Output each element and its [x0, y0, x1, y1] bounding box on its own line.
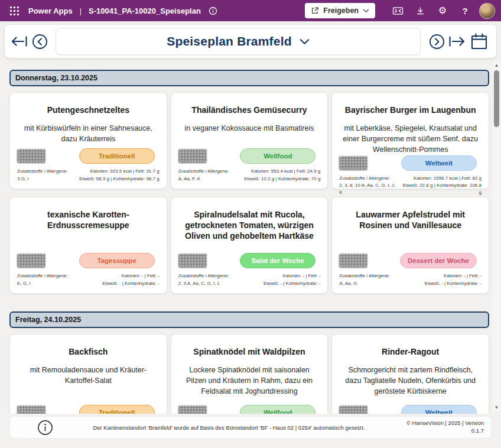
meal-card[interactable]: Putengeschnetzeltes mit Kürbiswürfeln in… — [9, 92, 167, 189]
meal-category-badge: Weltweit — [401, 155, 477, 171]
nutrition-line2: Eiweiß: 12.2 g | Kohlenhydrate: 70 g — [245, 176, 321, 183]
allergens-label: Zusatzstoffe / Allergene: — [17, 272, 68, 280]
nutrition-line2: Eiweiß: 58.3 g | Kohlenhydrate: 98.7 g — [79, 176, 160, 183]
qr-code-image — [339, 156, 367, 170]
share-chevron-down-icon — [363, 9, 369, 13]
scrollbar-thumb[interactable] — [494, 70, 499, 127]
meal-category-badge: Salat der Woche — [240, 253, 315, 268]
calendar-icon[interactable] — [467, 30, 492, 53]
download-icon[interactable] — [412, 2, 428, 19]
app-info-icon[interactable] — [207, 2, 220, 19]
allergens-label: Zusatzstoffe / Allergene: — [339, 175, 399, 182]
next-week-icon[interactable] — [427, 30, 447, 53]
nutrition-line2: Eiweiß: - | Kohlenhydrate: - — [263, 280, 320, 287]
allergens-label: Zusatzstoffe / Allergene: — [339, 272, 390, 280]
info-icon[interactable] — [37, 420, 53, 436]
meal-card[interactable]: Spiralnudelsalat mit Rucola, getrocknete… — [171, 197, 328, 294]
allergens-value: 2, 3 A, Aa, C, G, I, L — [178, 280, 229, 287]
meal-description: Lockere Spinatknödel mit saisonalen Pilz… — [180, 365, 320, 397]
meal-description: mit Remouladensauce und Kräuter-Kartoffe… — [18, 365, 158, 386]
previous-week-icon[interactable] — [30, 30, 50, 53]
meal-card[interactable]: Backfisch mit Remouladensauce und Kräute… — [9, 334, 167, 414]
meal-description: in veganer Kokossauce mit Basmatireis — [180, 123, 320, 134]
location-note: Der Kantinenstandort 'Bramfeld' wurde au… — [53, 424, 405, 431]
meal-category-badge: Traditionell — [79, 405, 155, 414]
meal-description: Schmorgericht mit zartem Rindfleisch, da… — [340, 365, 480, 397]
nutrition-line1: Kalorien: 1556.7 kcal | Fett: 62 g — [399, 175, 482, 182]
nutrition-line1: Kalorien: - | Fett: - — [263, 272, 320, 280]
scroll-down-icon[interactable]: ▼ — [495, 404, 499, 411]
qr-code-image — [17, 254, 45, 268]
qr-code-image — [178, 405, 207, 414]
page-title: Speiseplan Bramfeld — [167, 34, 292, 48]
nutrition-line1: Kalorien: - | Fett: - — [102, 272, 159, 280]
waffle-icon[interactable] — [6, 2, 22, 19]
nutrition-line2: Eiweiß: - | Kohlenhydrate: - — [425, 280, 482, 287]
footer-bar: Der Kantinenstandort 'Bramfeld' wurde au… — [9, 416, 492, 439]
meal-category-badge: Tagessuppe — [79, 253, 155, 268]
day-header-freitag: Freitag, 24.10.2025 — [9, 311, 489, 328]
meal-card[interactable]: Bayrischer Burger im Laugenbun mit Leber… — [331, 92, 489, 189]
nutrition-line1: Kalorien: - | Fett: - — [425, 272, 482, 280]
meal-title: Spiralnudelsalat mit Rucola, getrocknete… — [181, 209, 318, 242]
qr-code-image — [17, 405, 45, 414]
powerapps-brand: Power Apps — [28, 7, 73, 15]
meal-category-badge: Wellfood — [240, 148, 315, 164]
nutrition-line1: Kalorien: 923.5 kcal | Fett: 31.7 g — [79, 168, 160, 175]
nutrition-line2: Eiweiß: - | Kohlenhydrate: - — [102, 280, 159, 287]
go-to-first-week-icon[interactable] — [9, 30, 30, 53]
meal-title: Thailändisches Gemüsecurry — [181, 105, 318, 115]
qr-code-image — [17, 149, 45, 163]
vertical-scrollbar[interactable]: ▲ ▼ — [493, 61, 500, 411]
nutrition-line1: Kalorien: 553.4 kcal | Fett: 24.5 g — [245, 168, 321, 175]
meal-card[interactable]: Rinder-Ragout Schmorgericht mit zartem R… — [331, 334, 489, 414]
brand-divider: | — [80, 7, 82, 15]
nutrition-line2: Eiweiß: 22.8 g | Kohlenhydrate: 106.8 g — [399, 182, 482, 197]
meal-card[interactable]: Spinatknödel mit Waldpilzen Lockere Spin… — [171, 334, 328, 414]
day-header-label: Donnerstag, 23.10.2025 — [15, 74, 97, 82]
app-name: S-10041_PA-10020_Speiseplan — [89, 7, 201, 15]
go-to-last-week-icon[interactable] — [447, 30, 467, 53]
meal-card[interactable]: Lauwarmer Apfelstrudel mit Rosinen und V… — [331, 197, 489, 294]
meal-plan-scroll-area: Donnerstag, 23.10.2025 Putengeschnetzelt… — [0, 60, 501, 414]
week-navigation-bar: Speiseplan Bramfeld — [5, 25, 496, 58]
meal-title: Putengeschnetzeltes — [19, 105, 157, 115]
meal-title: Spinatknödel mit Waldpilzen — [181, 346, 318, 357]
allergens-value: 2, 3, 8, 10 A, Aa, C, G, I, J, K — [339, 182, 399, 197]
meal-category-badge: Weltweit — [401, 405, 477, 414]
share-icon — [311, 7, 319, 15]
meal-title: Rinder-Ragout — [341, 346, 479, 357]
scroll-up-icon[interactable]: ▲ — [495, 61, 499, 69]
meal-card[interactable]: texanische Karotten-Erdnusscremesuppe Ta… — [9, 197, 167, 294]
meal-description: mit Leberkäse, Spiegelei, Krautsalat und… — [340, 123, 480, 155]
allergens-label: Zusatzstoffe / Allergene: — [178, 272, 229, 280]
powerapps-topbar: Power Apps | S-10041_PA-10020_Speiseplan… — [0, 0, 501, 21]
allergens-value: A, Aa, F, K — [178, 176, 229, 183]
allergens-value: A, Aa, G — [339, 280, 390, 287]
meal-title: Bayrischer Burger im Laugenbun — [341, 105, 479, 115]
plan-title-dropdown[interactable]: Speiseplan Bramfeld — [56, 28, 421, 55]
meal-grid-donnerstag: Putengeschnetzeltes mit Kürbiswürfeln in… — [9, 92, 489, 294]
copyright-version: © HanseVision | 2025 | Version 0.1.7 — [405, 420, 484, 435]
day-header-donnerstag: Donnerstag, 23.10.2025 — [9, 70, 489, 86]
help-icon[interactable]: ? — [457, 2, 473, 19]
meal-title: texanische Karotten-Erdnusscremesuppe — [19, 209, 157, 231]
meal-title: Lauwarmer Apfelstrudel mit Rosinen und V… — [341, 209, 479, 231]
meal-title: Backfisch — [19, 346, 157, 357]
share-button-label: Freigeben — [323, 7, 359, 15]
meal-card[interactable]: Thailändisches Gemüsecurry in veganer Ko… — [171, 92, 328, 189]
share-button[interactable]: Freigeben — [305, 3, 375, 18]
allergens-value: E, G, I — [17, 280, 68, 287]
settings-gear-icon[interactable]: ⚙ — [434, 2, 451, 19]
meal-category-badge: Wellfood — [240, 405, 315, 414]
meal-grid-freitag: Backfisch mit Remouladensauce und Kräute… — [9, 334, 489, 414]
meal-category-badge: Dessert der Woche — [400, 253, 477, 268]
meal-description: mit Kürbiswürfeln in einer Sahnesauce, d… — [18, 123, 158, 144]
allergens-label: Zusatzstoffe / Allergene: — [17, 168, 68, 175]
fit-screen-icon[interactable] — [389, 2, 406, 19]
meal-category-badge: Traditionell — [79, 148, 155, 164]
qr-code-image — [178, 149, 207, 163]
title-chevron-down-icon — [300, 38, 310, 45]
user-avatar[interactable] — [479, 3, 495, 19]
day-header-label: Freitag, 24.10.2025 — [15, 316, 81, 324]
